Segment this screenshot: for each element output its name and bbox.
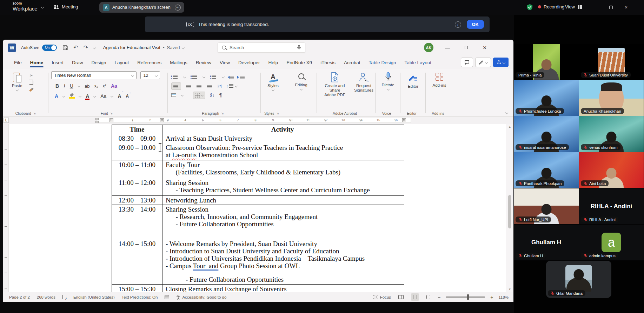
time-cell[interactable]: 12:00 – 13:00 — [112, 196, 162, 205]
zoom-out-button[interactable]: − — [438, 294, 440, 300]
dictate-button[interactable]: Dictate — [376, 71, 400, 91]
tab-developer[interactable]: Developer — [234, 60, 264, 69]
search-box[interactable]: Search — [218, 42, 305, 53]
font-color-button[interactable]: A — [86, 93, 89, 99]
editing-mode-button[interactable] — [475, 58, 491, 67]
word-restore-button[interactable] — [459, 40, 473, 55]
strikethrough-button[interactable]: ab — [85, 84, 89, 89]
scroll-up-icon[interactable]: ▲ — [506, 125, 513, 128]
format-painter-button[interactable] — [29, 87, 34, 92]
participant-tile[interactable]: Pantharak Phookpan — [514, 152, 579, 188]
participant-tile[interactable]: Suan Dusit University — [579, 44, 644, 80]
zoom-minimize-button[interactable]: — — [590, 0, 603, 15]
numbering-chevron-icon[interactable] — [203, 75, 205, 78]
font-dialog-launcher[interactable]: ↘ — [110, 112, 113, 115]
text-predictions[interactable]: Text Predictions: On — [122, 295, 158, 299]
shrink-font-button[interactable]: A — [126, 94, 129, 99]
participant-tile[interactable]: venus skunhom — [579, 116, 644, 152]
word-close-button[interactable]: ✕ — [478, 40, 492, 55]
change-case-button[interactable]: Aa — [100, 93, 106, 99]
view-button[interactable]: View — [565, 4, 582, 9]
clipboard-dialog-launcher[interactable]: ↘ — [33, 112, 36, 115]
tab-endnote-x9[interactable]: EndNote X9 — [282, 60, 316, 69]
change-case-chevron-icon[interactable] — [111, 95, 113, 98]
ok-button[interactable]: OK — [467, 20, 484, 29]
tab-insert[interactable]: Insert — [47, 60, 68, 69]
participant-tile[interactable]: Anucha Khaengkhan — [579, 80, 644, 116]
time-cell[interactable]: 11:00 – 12:00 — [112, 178, 162, 195]
tab-shared-screen[interactable]: A Anucha Khaengkhan's screen ··· — [99, 2, 184, 13]
cut-button[interactable]: ✂ — [29, 73, 33, 78]
addins-button[interactable]: Add-ins — [426, 72, 453, 88]
undo-icon[interactable]: ↶ — [73, 45, 78, 51]
tab-home[interactable]: Home — [26, 60, 48, 69]
security-shield-icon[interactable] — [526, 4, 533, 11]
info-icon[interactable]: i — [455, 21, 461, 28]
zoom-level[interactable]: 118% — [498, 295, 509, 299]
dictation-mic-icon[interactable] — [297, 45, 301, 50]
activity-cell[interactable]: Faculty Tour (Facilities, Classrooms, Ea… — [162, 160, 404, 178]
proofing-status[interactable] — [62, 295, 66, 299]
tab-mailings[interactable]: Mailings — [166, 60, 192, 69]
zoom-slider-thumb[interactable] — [467, 294, 469, 300]
align-right-button[interactable] — [197, 84, 202, 88]
document-area[interactable]: Time Activity 08:30 – 09:00Arrival at Su… — [3, 124, 513, 292]
clear-formatting-button[interactable]: Aa — [111, 83, 117, 89]
participant-tile[interactable]: aadmin kampus — [579, 225, 644, 260]
paragraph-dialog-launcher[interactable]: ↘ — [221, 112, 224, 115]
grow-font-button[interactable]: A — [118, 93, 121, 99]
redo-icon[interactable]: ↷ — [83, 45, 88, 51]
time-cell[interactable]: 10:00 – 11:00 — [112, 160, 162, 178]
decrease-indent-button[interactable] — [229, 75, 235, 79]
text-effects-button[interactable]: A — [55, 93, 58, 99]
document-title[interactable]: Agenda for Educational Visit • Saved — [103, 45, 185, 50]
comments-button[interactable] — [461, 58, 473, 67]
table-column-marker[interactable] — [402, 118, 406, 122]
increase-indent-button[interactable] — [240, 75, 245, 79]
sort-button[interactable]: AZ↓ — [210, 93, 214, 98]
tab-meeting[interactable]: Meeting — [53, 4, 78, 9]
create-share-pdf-button[interactable]: Create and ShareAdobe PDF — [318, 71, 351, 116]
indent-marker-bottom[interactable] — [95, 121, 99, 123]
tab-file[interactable]: File — [10, 60, 26, 69]
tab-design[interactable]: Design — [87, 60, 111, 69]
time-cell[interactable] — [112, 275, 162, 284]
bullets-button[interactable] — [173, 75, 179, 79]
workspace-chevron-icon[interactable] — [41, 6, 44, 8]
tab-help[interactable]: Help — [264, 60, 283, 69]
italic-button[interactable]: I — [64, 83, 65, 89]
numbering-button[interactable] — [192, 75, 198, 79]
customize-qat-icon[interactable] — [93, 46, 96, 49]
participant-tile[interactable]: nisarat issaramanorose — [514, 116, 579, 152]
zoom-in-button[interactable]: + — [490, 294, 493, 300]
underline-chevron-icon[interactable] — [78, 85, 80, 87]
tab-selector[interactable]: L — [4, 118, 9, 123]
activity-cell[interactable]: - Welcome Remarks by President, Suan Dus… — [162, 239, 404, 275]
activity-cell[interactable]: Arrival at Suan Dusit University — [162, 134, 404, 143]
vertical-ruler[interactable] — [3, 124, 9, 292]
styles-button[interactable]: A Styles — [261, 73, 285, 92]
share-button[interactable] — [493, 58, 509, 67]
activity-cell[interactable]: Classroom Observation: Pre-service Teach… — [162, 143, 404, 160]
zoom-slider[interactable] — [446, 297, 485, 298]
account-avatar[interactable]: AK — [424, 43, 433, 52]
scroll-down-icon[interactable]: ▼ — [506, 288, 513, 291]
paragraph-spacing-button[interactable]: ↕ — [226, 84, 238, 88]
page-indicator[interactable]: Page 2 of 2 — [9, 295, 30, 299]
header-activity[interactable]: Activity — [162, 125, 404, 134]
show-hide-marks-button[interactable]: ¶ — [219, 92, 222, 98]
horizontal-ruler[interactable]: L 12345678910111213141516 — [3, 117, 513, 124]
print-layout-button[interactable] — [411, 293, 419, 301]
language-indicator[interactable]: English (United States) — [73, 295, 115, 299]
word-minimize-button[interactable]: — — [440, 40, 454, 55]
tab-review[interactable]: Review — [192, 60, 215, 69]
editor-suggestions[interactable] — [165, 295, 169, 299]
bold-button[interactable]: B — [55, 83, 59, 89]
shading-chevron-icon[interactable] — [181, 94, 184, 96]
copy-button[interactable] — [30, 81, 33, 85]
font-size-select[interactable]: 12 — [140, 71, 160, 79]
time-cell[interactable]: 09:00 – 10:00 — [112, 143, 162, 160]
underline-button[interactable]: U — [70, 83, 73, 89]
line-spacing-button[interactable]: |⇄| — [218, 84, 221, 88]
participant-tile[interactable]: Gilar Gandana — [546, 261, 611, 298]
